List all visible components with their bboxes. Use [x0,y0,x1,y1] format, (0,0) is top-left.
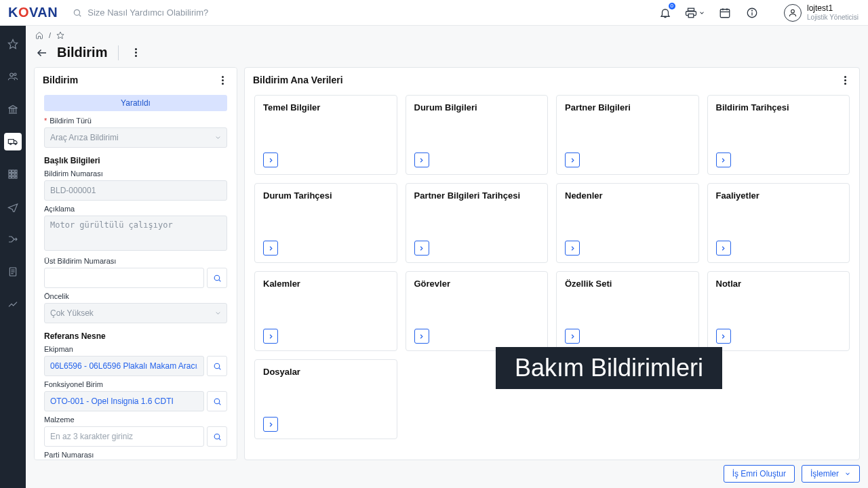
card-open-button[interactable] [263,417,278,432]
help-button[interactable] [745,5,760,20]
actions-menu-button[interactable]: İşlemler [802,465,860,483]
avatar [784,4,802,22]
create-work-order-button[interactable]: İş Emri Oluştur [724,465,795,483]
card-open-button[interactable] [565,241,580,256]
priority-select[interactable] [44,303,227,323]
card-title: Nedenler [565,190,690,201]
fonksiyonel-search-button[interactable] [207,391,227,411]
card-title: Faaliyetler [716,190,842,201]
user-role: Lojistik Yöneticisi [807,14,859,22]
ekipman-input[interactable] [44,356,204,376]
search-icon [73,8,82,18]
card-title: Bildirim Tarihçesi [716,102,842,113]
svg-rect-27 [12,174,14,176]
global-search-input[interactable] [87,7,291,18]
svg-rect-29 [9,176,11,178]
parent-field [44,268,227,288]
parent-search-button[interactable] [207,268,227,288]
card-open-button[interactable] [716,152,731,167]
truck-icon [7,136,18,147]
card-open-button[interactable] [263,241,278,256]
data-card: Durum Tarihçesi [254,183,397,263]
svg-point-11 [791,9,795,13]
svg-point-14 [14,73,16,75]
back-button[interactable] [35,45,49,60]
type-select[interactable] [44,127,227,148]
rail-users[interactable] [4,68,22,85]
type-label: *Bildirim Türü [44,117,227,125]
card-title: Durum Bilgileri [414,102,540,113]
svg-point-10 [752,10,753,11]
rail-bank[interactable] [4,100,22,118]
chevron-right-icon [418,333,425,340]
fonksiyonel-input[interactable] [44,391,204,411]
malzeme-search-button[interactable] [207,426,227,447]
chevron-down-icon [698,9,705,16]
chevron-right-icon [418,157,425,164]
logo-part-van: VAN [29,5,58,20]
card-open-button[interactable] [565,329,580,344]
svg-line-41 [218,367,220,369]
card-open-button[interactable] [414,241,429,256]
fonksiyonel-label: Fonksiyonel Birim [44,380,227,388]
form-panel-menu[interactable] [216,76,229,85]
top-right-tools: 0 lojtest1 Lojistik Yöneticisi [658,4,859,22]
merge-icon [7,234,18,245]
card-title: Özellik Seti [565,279,690,289]
user-menu[interactable]: lojtest1 Lojistik Yöneticisi [784,4,859,22]
page-more-menu[interactable] [130,48,142,57]
card-title: Partner Bilgileri Tarihçesi [414,190,540,201]
rail-logistics[interactable] [4,133,22,150]
print-menu[interactable] [685,5,705,20]
priority-label: Öncelik [44,292,227,300]
home-icon[interactable] [35,31,43,39]
rail-favorites[interactable] [4,35,22,53]
parent-input[interactable] [44,268,204,288]
rail-flights[interactable] [4,198,22,216]
svg-rect-23 [9,170,11,172]
svg-marker-12 [8,39,17,48]
priority-field[interactable] [44,303,227,323]
card-open-button[interactable] [414,152,429,167]
ana-panel-title: Bildirim Ana Verileri [253,75,343,85]
data-card: Temel Bilgiler [254,95,397,175]
section-reference: Referans Nesne [44,331,227,341]
card-open-button[interactable] [716,329,731,344]
card-open-button[interactable] [716,241,731,256]
data-card: Özellik Seti [556,271,699,351]
chevron-right-icon [267,333,275,340]
card-open-button[interactable] [565,152,580,167]
card-open-button[interactable] [414,329,429,344]
card-open-button[interactable] [263,329,278,344]
star-outline-icon[interactable] [56,31,64,39]
rail-analytics[interactable] [4,296,22,313]
chevron-right-icon [719,245,727,252]
rail-apps[interactable] [4,165,22,183]
calendar-icon [719,7,731,19]
card-open-button[interactable] [263,152,278,167]
rail-reports[interactable] [4,263,22,281]
breadcrumb-sep: / [49,31,51,39]
page-title-row: Bildirim [26,41,868,67]
number-label: Bildirim Numarası [44,169,227,178]
desc-textarea [44,216,227,251]
card-title: Temel Bilgiler [263,102,389,113]
fonksiyonel-field [44,391,227,411]
main-area: / Bildirim Bildirim Yaratıldı *Bildirim … [26,26,868,488]
ekipman-search-button[interactable] [207,356,227,376]
chevron-right-icon [267,245,275,252]
title-separator [118,45,119,60]
logo-part-o: O [18,5,29,20]
svg-point-22 [15,143,16,144]
svg-line-45 [218,438,220,439]
user-name: lojtest1 [807,4,859,14]
notifications-button[interactable]: 0 [658,5,673,20]
type-field[interactable] [44,127,227,148]
calendar-button[interactable] [717,5,732,20]
bildirim-ana-panel: Bildirim Ana Verileri Temel BilgilerDuru… [244,67,860,460]
rail-integrations[interactable] [4,230,22,248]
malzeme-input[interactable] [44,426,204,447]
global-search [73,7,658,18]
ana-panel-menu[interactable] [839,76,851,85]
star-icon [7,39,18,49]
